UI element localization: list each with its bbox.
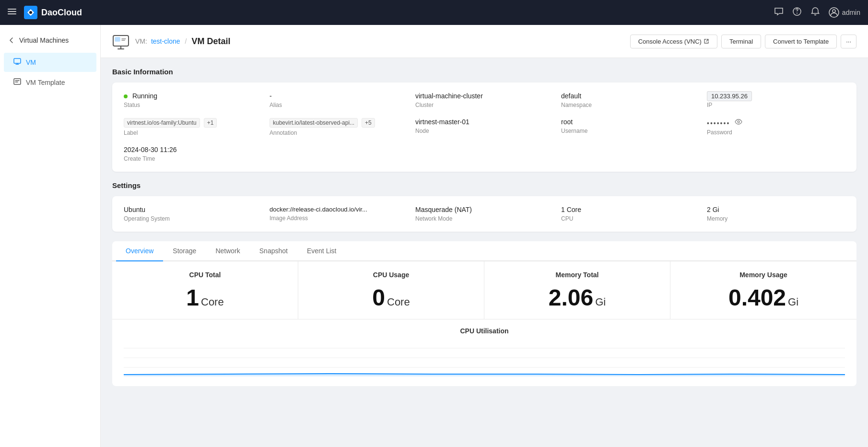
topnav-icons: admin [774,7,860,19]
memory-total-title: Memory Total [496,271,658,279]
svg-rect-0 [8,9,16,10]
status-value: Running [124,92,262,100]
svg-rect-9 [14,79,21,84]
basic-info-grid: Running Status - Alias virtual-machine-c… [124,92,845,136]
memory-usage-number: 0.402 [728,286,786,309]
settings-card: Ubuntu Operating System docker://release… [112,196,856,232]
cluster-item: virtual-machine-cluster Cluster [415,92,553,108]
tab-event-list[interactable]: Event List [297,241,346,261]
username-value: root [561,118,699,126]
sidebar-item-vm[interactable]: VM [4,53,96,72]
tab-snapshot[interactable]: Snapshot [250,241,297,261]
cluster-label: Cluster [415,102,553,108]
memory-total-card: Memory Total 2.06 Gi [484,261,670,319]
sidebar-back-button[interactable]: Virtual Machines [0,33,100,52]
sidebar-item-vm-template-label: VM Template [26,79,65,86]
svg-rect-1 [8,11,16,12]
basic-info-card: Running Status - Alias virtual-machine-c… [112,82,856,172]
cluster-value: virtual-machine-cluster [415,92,553,100]
memory-setting-value: 2 Gi [707,206,845,213]
message-icon[interactable] [774,7,784,19]
help-icon[interactable] [792,7,802,19]
notification-icon[interactable] [810,7,820,19]
console-access-button[interactable]: Console Access (VNC) [630,35,717,48]
alias-label: Alias [270,102,408,108]
stats-row: CPU Total 1 Core CPU Usage 0 Core [112,261,856,319]
memory-usage-value: 0.402 Gi [682,286,845,309]
main-layout: Virtual Machines VM VM Template [0,25,868,447]
annotation-tag-plus[interactable]: +5 [362,118,375,128]
network-mode-value: Masquerade (NAT) [415,206,553,213]
memory-setting-label: Memory [707,215,845,222]
memory-total-number: 2.06 [549,286,593,309]
password-label: Password [707,129,845,136]
svg-rect-11 [115,37,120,41]
convert-to-template-button[interactable]: Convert to Template [765,35,837,48]
cpu-total-number: 1 [186,286,199,309]
label-tag-plus[interactable]: +1 [204,118,217,128]
breadcrumb-vm-label: VM: [135,37,147,45]
breadcrumb-vm-name[interactable]: test-clone [151,37,180,45]
topnav: DaoCloud admin [0,0,868,25]
console-access-label: Console Access (VNC) [638,38,702,45]
image-label: Image Address [270,215,408,222]
memory-usage-title: Memory Usage [682,271,845,279]
settings-grid: Ubuntu Operating System docker://release… [124,206,845,222]
memory-usage-card: Memory Usage 0.402 Gi [670,261,856,319]
ip-tag: 10.233.95.26 [707,91,752,101]
more-actions-button[interactable]: ··· [841,35,856,48]
terminal-label: Terminal [729,38,753,45]
brand-logo: DaoCloud [24,6,82,19]
cpu-usage-title: CPU Usage [310,271,472,279]
alias-item: - Alias [270,92,408,108]
user-menu[interactable]: admin [829,7,860,18]
brand-name: DaoCloud [41,8,82,18]
network-mode-item: Masquerade (NAT) Network Mode [415,206,553,222]
sidebar-item-vm-template[interactable]: VM Template [4,73,96,92]
os-label: Operating System [124,215,262,222]
eye-icon[interactable] [735,119,742,127]
create-time-label: Create Time [124,155,845,162]
tab-network[interactable]: Network [206,241,249,261]
chart-title: CPU Utilisation [124,327,845,335]
ip-value: 10.233.95.26 [707,92,845,100]
alias-value: - [270,92,408,100]
status-dot [124,94,128,98]
cpu-total-title: CPU Total [124,271,286,279]
username-item: root Username [561,118,699,136]
svg-rect-8 [14,59,21,63]
node-label: Node [415,128,553,134]
tab-overview[interactable]: Overview [116,241,163,261]
cpu-utilisation-chart [124,339,845,377]
svg-point-7 [833,10,835,12]
menu-icon[interactable] [8,7,16,18]
cpu-total-unit: Core [201,296,224,308]
page-header: VM: test-clone / VM Detail Console Acces… [101,25,868,58]
more-icon: ··· [846,38,851,45]
tab-storage[interactable]: Storage [163,241,206,261]
create-time-row: 2024-08-30 11:26 Create Time [124,146,845,162]
convert-to-template-label: Convert to Template [773,38,829,45]
password-value: ••••••• [707,118,845,127]
sidebar: Virtual Machines VM VM Template [0,25,101,447]
breadcrumb-sep: / [185,37,187,45]
tabs-bar: Overview Storage Network Snapshot Event … [112,241,856,261]
namespace-item: default Namespace [561,92,699,108]
memory-setting-item: 2 Gi Memory [707,206,845,222]
os-item: Ubuntu Operating System [124,206,262,222]
main-content: VM: test-clone / VM Detail Console Acces… [101,25,868,447]
svg-rect-2 [8,13,16,14]
username: admin [842,9,860,16]
status-item: Running Status [124,92,262,108]
svg-point-4 [29,11,32,14]
label-tag1[interactable]: virtnest.io/os-family:Ubuntu [124,118,200,128]
page-header-actions: Console Access (VNC) Terminal Convert to… [630,35,856,48]
terminal-button[interactable]: Terminal [721,35,761,48]
cpu-total-value: 1 Core [124,286,286,309]
cpu-setting-item: 1 Core CPU [561,206,699,222]
svg-point-12 [738,121,739,123]
cpu-usage-number: 0 [372,286,385,309]
cpu-total-card: CPU Total 1 Core [112,261,298,319]
annotation-tag1[interactable]: kubevirt.io/latest-observed-api... [270,118,358,128]
vm-icon [13,58,21,67]
